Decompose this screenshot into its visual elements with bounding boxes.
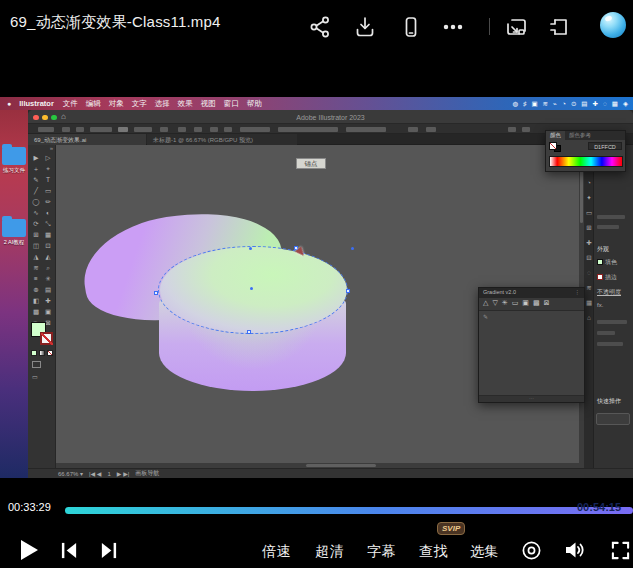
- download-icon[interactable]: [353, 15, 377, 39]
- app-menu-label: Illustrator: [19, 99, 54, 108]
- color-spectrum-bar: [549, 156, 623, 167]
- video-surface[interactable]: ● Illustrator 文件编辑对象文字选择效果视图窗口帮助 ◍♯▣≋⌁◔⊙…: [0, 97, 633, 478]
- dock-panel-icon: ◌: [584, 265, 594, 280]
- play-button[interactable]: [18, 538, 40, 562]
- dock-panel-icon: ▦: [584, 295, 594, 310]
- status-icon: ◔: [562, 100, 566, 108]
- video-title: 69_动态渐变效果-Class11.mp4: [10, 13, 221, 32]
- playback-speed-button[interactable]: 倍速: [262, 543, 291, 561]
- options-bar: [28, 124, 633, 134]
- appearance-section-label: 外观: [597, 245, 609, 254]
- status-icon: ≋: [543, 100, 548, 108]
- color-guide-tab: 颜色参考: [565, 131, 595, 140]
- svip-badge: SVIP: [437, 522, 465, 535]
- screencast-icon[interactable]: [504, 15, 528, 39]
- fx-label: fx.: [597, 302, 603, 308]
- status-icon: ▣: [531, 100, 537, 108]
- tool-icon: ▣: [42, 308, 54, 316]
- tool-icon: ◧: [30, 297, 42, 305]
- zoom-level: 66.67% ▾: [58, 470, 83, 477]
- episodes-button[interactable]: 选集: [470, 543, 499, 561]
- anchor-point: [247, 330, 251, 334]
- tool-icon: ⤡: [42, 220, 54, 228]
- tool-icon: ⟳: [30, 220, 42, 228]
- video-player-window: 69_动态渐变效果-Class11.mp4 ● Illustrator: [0, 0, 633, 568]
- status-icon: ▤: [581, 100, 587, 108]
- handle-point: [351, 247, 354, 250]
- gradient-tool-icon: ▭: [512, 299, 519, 309]
- tool-icon: ⊡: [42, 242, 54, 250]
- find-button[interactable]: 查找: [419, 543, 448, 561]
- artboard-nav-next: ▶ ▶|: [117, 470, 129, 477]
- opacity-label: 不透明度: [597, 288, 621, 297]
- desktop-wallpaper: 练习文件 2 AI教程: [0, 110, 28, 478]
- mobile-device-icon[interactable]: [399, 15, 423, 39]
- handle-point: [249, 247, 252, 250]
- tool-icon: ▩: [30, 308, 42, 316]
- quality-button[interactable]: 超清: [315, 543, 344, 561]
- subtitles-button[interactable]: 字幕: [367, 543, 396, 561]
- player-header: 69_动态渐变效果-Class11.mp4: [0, 0, 633, 45]
- share-icon[interactable]: [308, 15, 332, 39]
- apple-menu-icon: ●: [7, 100, 11, 107]
- dock-panel-icon: ≋: [584, 280, 594, 295]
- menu-item: 选择: [155, 99, 170, 109]
- previous-button[interactable]: [60, 541, 79, 560]
- tool-icon: ▦: [42, 231, 54, 239]
- hex-value-field: D1FFCD: [588, 142, 622, 150]
- tool-icon: ◭: [42, 253, 54, 261]
- tool-icon: ◯: [30, 198, 42, 206]
- more-options-icon[interactable]: [441, 15, 465, 39]
- user-avatar[interactable]: [600, 12, 626, 38]
- menu-item: 帮助: [247, 99, 262, 109]
- status-icon: ◈: [623, 100, 628, 108]
- status-icon: ⊙: [571, 100, 576, 108]
- quick-action-button: [596, 413, 630, 425]
- tool-icon: ✚: [42, 297, 54, 305]
- dock-panel-icon: ▭: [584, 205, 594, 220]
- screen-mode-icon: ▭: [32, 373, 38, 380]
- progress-bar[interactable]: [65, 507, 633, 514]
- volume-icon[interactable]: [563, 539, 587, 561]
- watch-point-icon[interactable]: [521, 540, 542, 561]
- gradient-plugin-panel: Gradient v2.0 ⋮ △▽✳▭▣▩⊠ ⋯: [478, 287, 585, 403]
- dock-panel-icon: ⊟: [584, 250, 594, 265]
- tools-panel: » ▶▷＋⌖✎T╱▭◯✏∿◐⟳⤡⊞▦◫⊡◮◭≋⌕≡✳⊕▤◧✚▩▣✑⊠ ▭: [28, 145, 56, 468]
- tool-icon: ∿: [30, 209, 42, 217]
- menu-item: 对象: [109, 99, 124, 109]
- tool-icon: ▷: [42, 154, 54, 162]
- color-panel: 颜色 颜色参考 D1FFCD: [545, 130, 626, 172]
- status-icon: ◌: [603, 100, 607, 108]
- tool-icon: ≡: [30, 275, 42, 283]
- menu-item: 窗口: [224, 99, 239, 109]
- center-point: [250, 287, 253, 290]
- tool-icon: ⊞: [30, 231, 42, 239]
- folder-icon: [2, 219, 26, 237]
- stroke-row: 描边: [597, 273, 617, 282]
- gradient-tool-icon: ⊠: [544, 299, 550, 309]
- window-titlebar: ⌂ Adobe Illustrator 2023: [28, 110, 633, 124]
- menu-item: 效果: [178, 99, 193, 109]
- tool-icon: ✳: [42, 275, 54, 283]
- menu-item: 文件: [63, 99, 78, 109]
- next-button[interactable]: [99, 541, 118, 560]
- header-divider: [489, 18, 490, 35]
- tool-icon: ◫: [30, 242, 42, 250]
- paint-mode-buttons: [31, 350, 53, 356]
- gradient-tool-icon: △: [483, 299, 488, 309]
- artboard-nav-prev: |◀ ◀: [89, 470, 101, 477]
- tool-icon: ◐: [42, 209, 54, 217]
- float-window-icon[interactable]: [546, 15, 570, 39]
- window-statusbar: 66.67% ▾ |◀ ◀ 1 ▶ ▶| 画板导航: [28, 468, 633, 478]
- color-tab: 颜色: [546, 131, 565, 140]
- fullscreen-icon[interactable]: [611, 541, 630, 560]
- total-duration: 00:54:15: [577, 501, 621, 513]
- current-time: 00:33:29: [8, 501, 51, 513]
- tool-icon: T: [42, 176, 54, 184]
- tool-icon: ⊕: [30, 286, 42, 294]
- dock-panel-icon: ◔: [584, 175, 594, 190]
- folder-label: 练习文件: [0, 167, 28, 174]
- properties-panel: 外观 填色 描边 不透明度 fx. 快速操作: [594, 145, 633, 468]
- macos-menubar: ● Illustrator 文件编辑对象文字选择效果视图窗口帮助 ◍♯▣≋⌁◔⊙…: [0, 97, 633, 110]
- folder-label: 2 AI教程: [0, 239, 28, 246]
